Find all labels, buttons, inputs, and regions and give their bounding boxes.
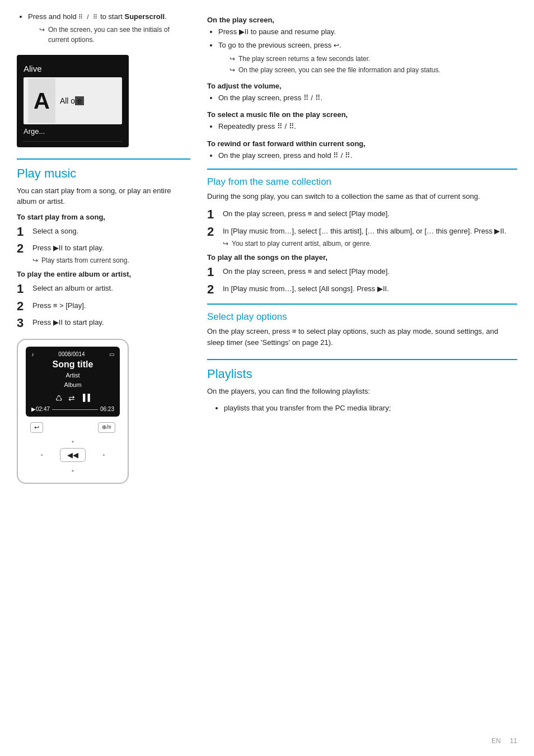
back-button[interactable]: ↩: [30, 422, 43, 433]
superscroll-screen-mockup: Alive A All oe Arge...: [17, 55, 129, 147]
album-name: Album: [31, 380, 114, 390]
repeat-icon: ♺: [55, 394, 63, 403]
bullet-prev-screen: To go to the previous screen, press ↩. T…: [218, 40, 517, 75]
battery-icon: ▭: [109, 351, 114, 357]
step-2b: 2 Press ≡ > [Play].: [17, 299, 190, 314]
play-from-steps: 1 On the play screen, press ≡ and select…: [207, 207, 517, 249]
adjust-volume-item: On the play screen, press ⠿ / ⠿.: [218, 92, 517, 104]
device-dot-bottom: ●: [26, 465, 120, 474]
pfc-step-1-text: On the play screen, press ≡ and select […: [223, 209, 390, 218]
current-time: 02:47: [36, 406, 50, 412]
step-3b: 3 Press ▶II to start play.: [17, 316, 190, 330]
pfc-step-2-arrow-text: You start to play current artist, album,…: [232, 239, 372, 249]
mockup-big-letter: A: [28, 78, 55, 123]
as-step-2-text: In [Play music from…], select [All songs…: [223, 284, 389, 293]
step-2b-text: Press ≡ > [Play].: [32, 301, 86, 310]
divider-playlists: [207, 359, 517, 360]
superscroll-label: Superscroll: [124, 12, 165, 21]
progress-bar: [52, 409, 98, 410]
shuffle-icon: ⇄: [68, 394, 75, 403]
step-2a-arrow-text: Play starts from current song.: [41, 255, 129, 265]
arrow-file-info-text: On the play screen, you can see the file…: [238, 65, 441, 75]
artist-name: Artist: [31, 371, 114, 381]
device-bottom-bar: ↩ ⊕/≡: [26, 421, 120, 434]
device-screen: ♪ 0008/0014 ▭ Song title Artist Album ♺ …: [26, 347, 120, 417]
select-music-item: Repeatedly press ⠿ / ⠿.: [218, 121, 517, 133]
pfc-step-2-text: In [Play music from…], select [… this ar…: [223, 227, 506, 235]
play-icon-small: ▶: [31, 406, 36, 412]
dot-left: ●: [40, 452, 43, 458]
playlists-section: Playlists On the players, you can find t…: [207, 367, 517, 414]
mockup-argel: Arge...: [24, 124, 122, 142]
top-intro-section: Press and hold ⠿ / ⠿ to start Superscrol…: [17, 11, 190, 45]
on-play-screen-section: On the play screen, Press ▶II to pause a…: [207, 16, 517, 75]
play-music-title: Play music: [17, 166, 190, 181]
play-from-description: During the song play, you can switch to …: [207, 191, 517, 202]
start-play-title: To start play from a song,: [17, 213, 190, 221]
superscroll-item: Press and hold ⠿ / ⠿ to start Superscrol…: [28, 11, 190, 45]
pfc-step-2-arrow: You start to play current artist, album,…: [223, 239, 517, 249]
mockup-highlight: e: [75, 96, 84, 105]
step-2a-text: Press ▶II to start play.: [32, 244, 104, 252]
playlists-description: On the players, you can find the followi…: [207, 386, 517, 397]
device-dot-top: ●: [26, 436, 120, 445]
all-songs-title: To play all the songs on the player,: [207, 253, 517, 262]
pfc-step-2: 2 In [Play music from…], select [… this …: [207, 225, 517, 249]
step-1a-text: Select a song.: [32, 227, 78, 235]
adjust-volume-section: To adjust the volume, On the play screen…: [207, 82, 517, 104]
page-number: 11: [510, 737, 517, 745]
start-play-steps: 1 Select a song. 2 Press ▶II to start pl…: [17, 225, 190, 266]
divider-play-from: [207, 169, 517, 170]
lang-label: EN: [491, 737, 501, 745]
select-play-title: Select play options: [207, 311, 517, 323]
right-column: On the play screen, Press ▶II to pause a…: [207, 11, 517, 489]
play-album-steps: 1 Select an album or artist. 2 Press ≡ >…: [17, 282, 190, 330]
step-1a: 1 Select a song.: [17, 225, 190, 239]
arrow-file-info: On the play screen, you can see the file…: [229, 65, 517, 75]
dot-right: ●: [102, 452, 105, 458]
bullet-pause-resume: Press ▶II to pause and resume play.: [218, 26, 517, 38]
on-play-screen-title: On the play screen,: [207, 16, 517, 24]
page-footer: EN 11: [491, 737, 517, 745]
arrow-play-returns-text: The play screen returns a few seconds la…: [238, 54, 370, 64]
mockup-alive: Alive: [24, 60, 122, 77]
dot-bottom: ●: [72, 468, 74, 473]
section-divider-play: [17, 158, 190, 160]
select-music-title: To select a music file on the play scree…: [207, 110, 517, 119]
device-screen-top-row: ♪ 0008/0014 ▭: [31, 351, 114, 357]
all-songs-steps: 1 On the play screen, press ≡ and select…: [207, 265, 517, 297]
play-album-title: To play the entire album or artist,: [17, 270, 190, 278]
step-2a: 2 Press ▶II to start play. Play starts f…: [17, 241, 190, 266]
step-1b-text: Select an album or artist.: [32, 284, 113, 292]
superscroll-arrow: On the screen, you can see the initials …: [39, 25, 190, 45]
prev-button[interactable]: ◀◀: [60, 448, 86, 462]
rewind-section: To rewind or fast forward within current…: [207, 139, 517, 162]
arrow-play-returns: The play screen returns a few seconds la…: [229, 54, 517, 64]
playlist-item-1: playlists that you transfer from the PC …: [224, 403, 517, 414]
mockup-allof-text: All oe: [60, 93, 84, 109]
song-title: Song title: [31, 360, 114, 370]
playlists-title: Playlists: [207, 367, 517, 381]
music-note-icon: ♪: [31, 351, 34, 357]
device-mockup: ♪ 0008/0014 ▭ Song title Artist Album ♺ …: [17, 339, 129, 484]
menu-button[interactable]: ⊕/≡: [98, 422, 115, 433]
play-music-description: You can start play from a song, or play …: [17, 185, 190, 207]
rewind-item: On the play screen, press and hold ⠿ / ⠿…: [218, 150, 517, 162]
as-step-1-text: On the play screen, press ≡ and select […: [223, 267, 390, 276]
device-btn-row: ● ◀◀ ●: [26, 448, 120, 462]
total-time: 06:23: [100, 406, 114, 412]
select-music-section: To select a music file on the play scree…: [207, 110, 517, 133]
rewind-bullet: On the play screen, press and hold ⠿ / ⠿…: [207, 150, 517, 162]
track-number: 0008/0014: [58, 351, 85, 357]
play-from-collection-section: Play from the same collection During the…: [207, 176, 517, 297]
select-music-bullet: Repeatedly press ⠿ / ⠿.: [207, 121, 517, 133]
divider-select-play: [207, 304, 517, 305]
dot-top: ●: [72, 439, 74, 444]
rewind-title: To rewind or fast forward within current…: [207, 139, 517, 148]
step-2a-arrow: Play starts from current song.: [32, 255, 190, 265]
as-step-1: 1 On the play screen, press ≡ and select…: [207, 265, 517, 279]
superscroll-arrow-text: On the screen, you can see the initials …: [48, 25, 190, 45]
step-3b-text: Press ▶II to start play.: [32, 318, 104, 326]
play-from-title: Play from the same collection: [207, 176, 517, 188]
adjust-volume-bullet: On the play screen, press ⠿ / ⠿.: [207, 92, 517, 104]
